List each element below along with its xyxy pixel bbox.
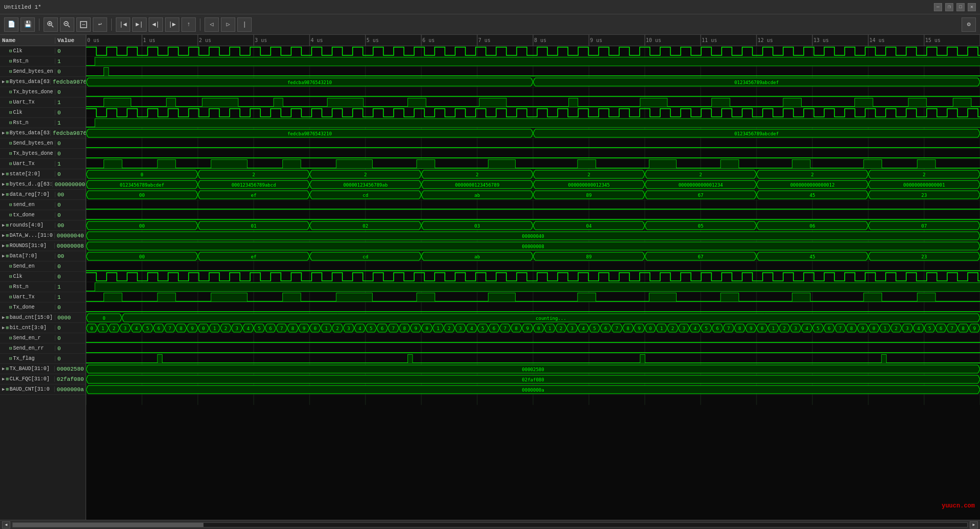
expand-icon[interactable]: ▶ — [2, 222, 5, 228]
signal-name-cell: ▶⊞Bytes_data[63:0] — [0, 79, 51, 85]
go-end-button[interactable]: ▶| — [132, 17, 147, 32]
signal-name-cell: ▶⊞rounds[4:0] — [0, 222, 55, 228]
close-button[interactable]: ✕ — [968, 3, 976, 11]
signal-row[interactable]: ⊟Uart_Tx1 — [0, 159, 86, 169]
zoom-in-button[interactable] — [44, 17, 58, 32]
waveform-area[interactable]: yuucn.com — [86, 46, 980, 520]
restore-button[interactable]: ❐ — [945, 3, 953, 11]
new-button[interactable]: 📄 — [4, 17, 18, 32]
signal-row[interactable]: ⊟Uart_Tx1 — [0, 292, 86, 302]
maximize-button[interactable]: □ — [956, 3, 965, 11]
signal-list: ⊟Clk0⊟Rst_n1⊟Send_bytes_en0▶⊞Bytes_data[… — [0, 46, 86, 520]
scroll-thumb[interactable] — [13, 523, 203, 527]
signal-row[interactable]: ▶⊞Bytes_data[63:0]fedcba9876 — [0, 128, 86, 138]
signal-row[interactable]: ▶⊞DATA_W...[31:0]00000040 — [0, 231, 86, 241]
signal-row[interactable]: ⊟Tx_bytes_done0 — [0, 87, 86, 97]
signal-row[interactable]: ▶⊞bit_cnt[3:0]0 — [0, 323, 86, 333]
signal-row[interactable]: ▶⊞ROUNDS[31:0]00000008 — [0, 241, 86, 251]
signal-name-label: BAUD_CNT[31:0 — [10, 386, 50, 392]
expand-icon[interactable]: ▶ — [2, 181, 5, 187]
signal-row[interactable]: ⊟Tx_flag0 — [0, 354, 86, 364]
wire-icon: ⊟ — [9, 335, 12, 341]
signal-name-cell: ⊟Send_en — [0, 263, 55, 269]
prev-edge-button[interactable]: ◀| — [149, 17, 163, 32]
go-start-button[interactable]: |◀ — [116, 17, 130, 32]
expand-icon[interactable]: ▶ — [2, 233, 5, 238]
zoom-fit-button[interactable] — [76, 17, 91, 32]
expand-icon[interactable]: ▶ — [2, 79, 5, 85]
signal-row[interactable]: ⊟Clk0 — [0, 46, 86, 56]
signal-row[interactable]: ⊟Send_en_r0 — [0, 333, 86, 343]
separator-2 — [111, 18, 112, 31]
signal-name-label: Bytes_data[63:0] — [10, 79, 49, 85]
signal-row[interactable]: ▶⊞Bytes_data[63:0]fedcba9876 — [0, 77, 86, 87]
signal-row[interactable]: ▶⊞data_reg[7:0]00 — [0, 190, 86, 200]
expand-icon[interactable]: ▶ — [2, 366, 5, 372]
scroll-left-button[interactable]: ◀ — [2, 521, 10, 528]
bus-icon: ⊞ — [6, 233, 8, 238]
wire-icon: ⊟ — [9, 58, 12, 64]
signal-row[interactable]: ▶⊞state[2:0]0 — [0, 169, 86, 179]
window-controls[interactable]: — ❐ □ ✕ — [934, 3, 976, 11]
signal-name-cell: ⊟Rst_n — [0, 284, 55, 290]
expand-icon[interactable]: ▶ — [2, 376, 5, 382]
signal-row[interactable]: ▶⊞BAUD_CNT[31:00000000a — [0, 384, 86, 395]
expand-icon[interactable]: ▶ — [2, 130, 5, 136]
expand-icon[interactable]: ▶ — [2, 171, 5, 177]
signal-row[interactable]: ⊟Send_en_rr0 — [0, 343, 86, 354]
mark-next-button[interactable]: ▷ — [221, 17, 235, 32]
mark-center-button[interactable]: | — [237, 17, 252, 32]
signal-row[interactable]: ⊟Rst_n1 — [0, 282, 86, 292]
scroll-right-button[interactable]: ▶ — [970, 521, 978, 528]
signal-name-cell: ⊟Uart_Tx — [0, 294, 55, 300]
signal-value-cell: 0 — [55, 110, 63, 116]
go-up-button[interactable]: ↑ — [181, 17, 196, 32]
next-edge-button[interactable]: |▶ — [165, 17, 179, 32]
title-bar-left: Untitled 1* — [4, 4, 42, 10]
signal-name-cell: ▶⊞baud_cnt[15:0] — [0, 315, 55, 320]
signal-row[interactable]: ▶⊞Data[7:0]00 — [0, 251, 86, 261]
minimize-button[interactable]: — — [934, 3, 942, 11]
signal-name-cell: ▶⊞DATA_W...[31:0] — [0, 233, 55, 238]
mark-prev-button[interactable]: ◁ — [205, 17, 219, 32]
expand-icon[interactable]: ▶ — [2, 243, 5, 249]
expand-icon[interactable]: ▶ — [2, 325, 5, 331]
expand-icon[interactable]: ▶ — [2, 253, 5, 259]
signal-row[interactable]: ⊟Rst_n1 — [0, 56, 86, 67]
signal-name-label: bytes_d..g[63:0] — [10, 181, 51, 187]
settings-button[interactable]: ⚙ — [962, 17, 976, 32]
expand-icon[interactable]: ▶ — [2, 386, 5, 392]
waveform-canvas[interactable] — [86, 46, 980, 405]
signal-row[interactable]: ⊟send_en0 — [0, 200, 86, 210]
wire-icon: ⊟ — [9, 110, 12, 115]
signal-name-label: Send_en_r — [13, 335, 40, 341]
waveform-panel[interactable]: yuucn.com — [86, 35, 980, 520]
signal-row[interactable]: ⊟Rst_n1 — [0, 118, 86, 128]
signal-row[interactable]: ⊟Clk0 — [0, 108, 86, 118]
save-button[interactable]: 💾 — [21, 17, 35, 32]
expand-icon[interactable]: ▶ — [2, 315, 5, 320]
signal-row[interactable]: ⊟Send_bytes_en0 — [0, 138, 86, 149]
signal-name-cell: ⊟Send_en_r — [0, 335, 55, 341]
signal-row[interactable]: ▶⊞TX_BAUD[31:0]00002580 — [0, 364, 86, 374]
signal-row[interactable]: ⊟Tx_done0 — [0, 302, 86, 313]
signal-row[interactable]: ⊟Send_bytes_en0 — [0, 67, 86, 77]
signal-row[interactable]: ▶⊞rounds[4:0]00 — [0, 220, 86, 231]
wire-icon: ⊟ — [9, 274, 12, 279]
expand-icon[interactable]: ▶ — [2, 192, 5, 197]
zoom-back-button[interactable]: ↩ — [93, 17, 107, 32]
signal-row[interactable]: ⊟Clk0 — [0, 272, 86, 282]
signal-value-cell: 0 — [55, 325, 63, 331]
signal-row[interactable]: ⊟Send_en0 — [0, 261, 86, 272]
zoom-out-button[interactable] — [60, 17, 74, 32]
signal-name-label: Rst_n — [13, 120, 28, 126]
signal-name-cell: ⊟Send_en_rr — [0, 345, 55, 351]
horizontal-scrollbar[interactable]: ◀ ▶ — [0, 520, 980, 529]
signal-row[interactable]: ▶⊞CLK_FQC[31:0]02faf080 — [0, 374, 86, 384]
signal-row[interactable]: ▶⊞baud_cnt[15:0]0000 — [0, 313, 86, 323]
signal-row[interactable]: ⊟tx_done0 — [0, 210, 86, 220]
signal-row[interactable]: ⊟Uart_Tx1 — [0, 97, 86, 108]
scroll-track[interactable] — [12, 522, 968, 527]
signal-row[interactable]: ▶⊞bytes_d..g[63:0]000000000 — [0, 179, 86, 190]
signal-row[interactable]: ⊟Tx_bytes_done0 — [0, 149, 86, 159]
